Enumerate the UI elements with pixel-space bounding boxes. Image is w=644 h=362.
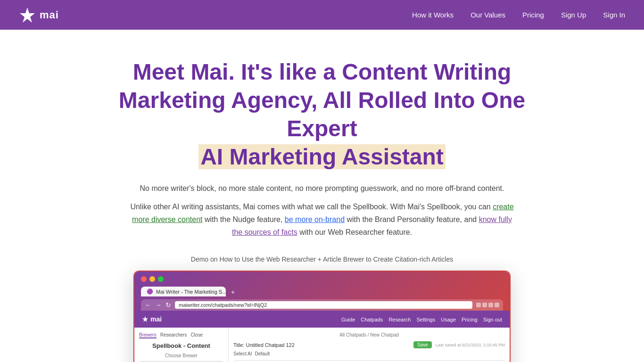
choose-brewer-label: Choose Brewer — [139, 353, 223, 358]
new-tab-icon[interactable]: ＋ — [230, 288, 236, 296]
app-nav-links: Guide Chatpads Research Settings Usage P… — [341, 315, 502, 323]
nav-links: How it Works Our Values Pricing Sign Up … — [412, 11, 625, 19]
logo-text: mai — [40, 9, 59, 21]
nav-our-values[interactable]: Our Values — [471, 11, 505, 19]
browser-tab-active[interactable]: 🟣 Mai Writer - The Marketing S... ✕ — [141, 287, 226, 296]
dot-yellow — [149, 276, 155, 282]
toolbar-icon-1 — [476, 303, 481, 307]
browser-tab-bar: 🟣 Mai Writer - The Marketing S... ✕ ＋ — [141, 287, 503, 296]
app-container: mai Guide Chatpads Research Settings Usa… — [134, 311, 510, 362]
link-on-brand[interactable]: be more on-brand — [285, 215, 345, 223]
sidebar-tab-brewers[interactable]: Brewers — [139, 332, 157, 338]
chatpad-title-row: Save Last saved at 6/21/2023, 2:15:45 PM — [233, 341, 505, 348]
nav-sign-up[interactable]: Sign Up — [561, 11, 586, 19]
address-bar[interactable]: maiwriter.com/chatpads/new?id=lNjQ2 — [175, 301, 472, 309]
app-nav-guide[interactable]: Guide — [341, 317, 355, 322]
nav-pricing[interactable]: Pricing — [522, 11, 544, 19]
svg-marker-1 — [142, 316, 148, 322]
toolbar-icon-3 — [488, 303, 493, 307]
spellbook-title: Spellbook - Content — [139, 342, 223, 349]
browser-tab-label: Mai Writer - The Marketing S... — [156, 289, 226, 295]
app-nav-logo-text: mai — [150, 315, 162, 323]
browser-mockup: 🟣 Mai Writer - The Marketing S... ✕ ＋ ← … — [133, 271, 511, 362]
select-ai-row: Select AI Default — [233, 351, 505, 356]
hero-subtitle: No more writer's block, no more stale co… — [129, 182, 515, 195]
hero-title: Meet Mai. It's like a Content Writing Ma… — [110, 58, 534, 171]
hero-title-line2: Marketing Agency, All Rolled Into One Ex… — [119, 88, 525, 141]
tab-favicon: 🟣 — [147, 288, 153, 295]
logo-link[interactable]: mai — [19, 7, 59, 24]
app-nav: mai Guide Chatpads Research Settings Usa… — [134, 311, 510, 328]
hero-desc: Unlike other AI writing assistants, Mai … — [129, 200, 515, 239]
browser-chrome: 🟣 Mai Writer - The Marketing S... ✕ ＋ ← … — [134, 272, 510, 311]
main-content: Meet Mai. It's like a Content Writing Ma… — [0, 30, 644, 362]
forward-button[interactable]: → — [155, 301, 162, 309]
save-button[interactable]: Save — [413, 341, 432, 348]
app-logo-icon — [142, 316, 149, 322]
hero-title-line3: AI Marketing Assistant — [198, 144, 446, 169]
toolbar-icon-4 — [495, 303, 499, 307]
sidebar-tab-bar: Brewers Researchers Close — [139, 332, 223, 338]
browser-addressbar-row: ← → ↻ maiwriter.com/chatpads/new?id=lNjQ… — [141, 299, 503, 311]
toolbar-icon-2 — [482, 303, 487, 307]
app-nav-logo: mai — [142, 315, 162, 323]
app-nav-research[interactable]: Research — [388, 317, 411, 322]
app-nav-chatpads[interactable]: Chatpads — [361, 317, 383, 322]
hero-desc-1: Unlike other AI writing assistants, Mai … — [130, 203, 490, 211]
app-sidebar: Brewers Researchers Close Spellbook - Co… — [134, 328, 229, 362]
hero-desc-4: with our Web Researcher feature. — [299, 228, 412, 236]
main-nav: mai How it Works Our Values Pricing Sign… — [0, 0, 644, 30]
select-ai-label: Select AI — [233, 351, 252, 356]
last-saved: Last saved at 6/21/2023, 2:15:45 PM — [436, 343, 505, 347]
sidebar-tab-researchers[interactable]: Researchers — [160, 332, 187, 338]
hero-desc-3: with the Brand Personality feature, and — [347, 215, 477, 223]
svg-marker-0 — [20, 8, 35, 23]
editor-toolbar: B I S 🔗 T " ≡ ≣ ↩ — [233, 360, 505, 362]
reload-button[interactable]: ↻ — [165, 301, 171, 309]
browser-toolbar-icons — [476, 303, 499, 307]
app-nav-pricing[interactable]: Pricing — [462, 317, 478, 322]
back-button[interactable]: ← — [145, 301, 151, 309]
app-body: Brewers Researchers Close Spellbook - Co… — [134, 328, 510, 362]
app-nav-settings[interactable]: Settings — [416, 317, 435, 322]
chatpad-breadcrumb: All Chatpads / New Chatpad — [233, 332, 505, 337]
select-ai-value[interactable]: Default — [255, 351, 270, 356]
dot-red — [141, 276, 147, 282]
sidebar-tab-close[interactable]: Close — [190, 332, 203, 338]
nav-sign-in[interactable]: Sign In — [603, 11, 625, 19]
app-nav-signout[interactable]: Sign out — [483, 317, 502, 322]
hero-desc-2: with the Nudge feature, — [205, 215, 282, 223]
browser-dots — [141, 276, 503, 282]
nav-how-it-works[interactable]: How it Works — [412, 11, 454, 19]
dot-green — [158, 276, 164, 282]
logo-icon — [19, 7, 36, 24]
chatpad-title-input[interactable] — [233, 342, 410, 348]
app-nav-usage[interactable]: Usage — [441, 317, 456, 322]
demo-caption: Demo on How to Use the Web Researcher + … — [9, 255, 635, 263]
app-main: All Chatpads / New Chatpad Save Last sav… — [229, 328, 510, 362]
hero-title-line1: Meet Mai. It's like a Content Writing — [133, 59, 512, 84]
